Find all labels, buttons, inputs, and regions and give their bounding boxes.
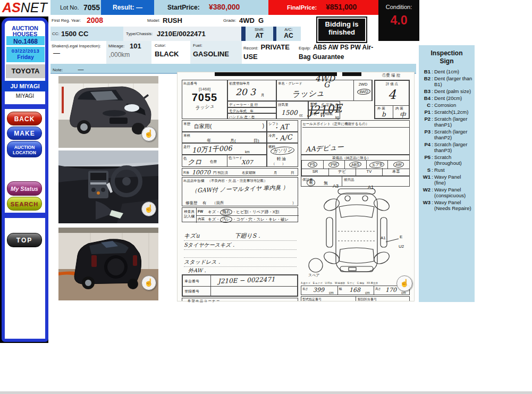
sheet-label: cm [365, 291, 370, 295]
legend-item: P2 : Scratch (larger thanP1) [420, 116, 472, 128]
notes-line: キズu 下廻りS． [184, 232, 297, 241]
sheet-top-right: ①受 場 控 [382, 73, 400, 78]
asnet-logo[interactable]: ASNET [2, 1, 50, 15]
my-status-button[interactable]: My Status [7, 181, 42, 196]
model-label: Model: [147, 18, 160, 23]
inspector-box: 検査員 記入欄 FW キズ・飛石・ヒビ割・リペア跡・X割 内装 キズ・汚レ・コゲ… [182, 207, 298, 222]
note-label: Note: [53, 68, 63, 72]
length-value: 399 [313, 287, 324, 294]
back-button[interactable]: BACK [7, 112, 42, 125]
auction-house-name: JU MIYAGI [10, 83, 39, 89]
chassis-split [210, 275, 211, 286]
sheet-label: cm [401, 291, 406, 295]
equipment-item: TV [367, 169, 372, 174]
condition-value: 4.0 [378, 13, 419, 28]
note-text: キズu [184, 232, 200, 239]
damage-term: 飛石 [219, 208, 232, 216]
score-value: 4 [375, 87, 409, 102]
height-value: 170 [385, 287, 396, 294]
my-status-label: My Status [11, 186, 38, 192]
equipment-item: 本革 [392, 169, 400, 174]
legend-title: Inspection Sign [419, 49, 475, 65]
shaken-box: 車検 年 月( 日) [182, 132, 267, 143]
legend-colon: : [430, 88, 434, 94]
lot-label: Lot No. [60, 4, 79, 11]
hand-cursor-icon[interactable]: ☝ [141, 127, 156, 141]
hand-cursor-icon[interactable]: ☝ [141, 275, 156, 290]
fw-row: FW キズ・飛石・ヒビ割・リペア跡・X割 [196, 208, 299, 216]
ext-score: b [382, 111, 386, 118]
legend-text: Scratch (larger thanP3) [434, 141, 472, 153]
sheet-label: 類別区分番号 [358, 297, 377, 302]
shift-cell: Shift: AT [246, 27, 273, 41]
result-value: — [136, 4, 142, 11]
equipment-item: ナビ [338, 169, 346, 174]
legend-colon: : [430, 154, 434, 166]
grade-hand2: G [324, 80, 330, 89]
lot-box: 出品番号 [1468] 7055 ラッシュ [182, 80, 227, 119]
hand-cursor-icon[interactable]: ☝ [141, 202, 156, 216]
declare-value: （GAW付 ノーマルタイヤ 車内臭 ） [182, 183, 298, 195]
legend-item: B3 : Dent (palm size) [420, 88, 472, 94]
notes-line: スタッドレス． [184, 258, 297, 267]
int-score: 中 [400, 111, 406, 120]
ac-value: AC [276, 32, 301, 39]
sheet-label: 月 [261, 93, 265, 98]
door-value: 5 [320, 103, 324, 108]
top-button[interactable]: TOP [7, 233, 42, 247]
photo-rear-exterior[interactable]: ☝ [58, 228, 158, 300]
regno-split [210, 286, 211, 296]
chassis-value: J210E/0022471 [157, 30, 206, 38]
lot-value: 7055 [83, 3, 100, 12]
shift-label: Shift: [246, 27, 273, 32]
legend-item: B1 : Dent (1cm) [420, 69, 472, 74]
dimension-row: 長さ 399 cm 幅 168 cm 高さ 170 cm [301, 286, 410, 295]
sheet-label: R券 [183, 171, 189, 175]
legend-key: P3 [420, 129, 430, 140]
chassis-hand-value: J210E − 0022471 [218, 275, 275, 285]
photo-front-exterior[interactable]: ☝ [58, 76, 158, 148]
notes-line: Sタイヤケースキズ． [184, 241, 297, 250]
sheet-label: 車歴 [183, 122, 190, 127]
start-price-value: ¥380,000 [209, 3, 240, 11]
score-split [375, 105, 409, 106]
bidding-status-box: Bidding is finished [317, 18, 366, 42]
diagram-spare-label: スペア [308, 273, 320, 278]
dim-split [374, 286, 374, 295]
sheet-label: 車検 [183, 133, 190, 138]
fuel-cell: Fuel: GASOLINE [190, 41, 242, 64]
legend-colon: : [430, 129, 434, 140]
sheet-label: 月 [274, 171, 277, 175]
search-button[interactable]: SEARCH [7, 197, 42, 211]
auction-sheet[interactable]: ①受 場 控 出品番号 [1468] 7055 ラッシュ 初度登録年月 20 3… [177, 72, 415, 301]
make-button[interactable]: MAKE [7, 127, 42, 140]
hand-cursor-icon[interactable]: ☝ [396, 275, 412, 291]
condition-label: Condition: [378, 4, 419, 10]
legend-item: P4 : Scratch (larger thanP3) [420, 141, 472, 153]
equipment-box: 装備品（純正品に限る） PSPWABSエアBAW SRナビTV本革 [301, 155, 410, 176]
legend-text: Wavy Panel (Needs Repaire) [434, 199, 472, 211]
color-box: 色 クロ 色替 色コード X07 [182, 155, 267, 167]
note-text: 外AW． [188, 267, 208, 273]
drive-4wd: 4WD [357, 88, 370, 95]
ac-label: A/C: [276, 27, 301, 32]
sheet-label: ドア [310, 103, 317, 107]
legend-text: Wavy Panel (conspicuous) [434, 187, 472, 198]
shaken-label: Shaken(Legal Inspection): [52, 44, 101, 48]
auction-location-button[interactable]: AUCTION LOCATION [7, 141, 42, 157]
auction-day: Friday [6, 54, 45, 60]
result-label: Result: [113, 4, 134, 11]
back-label: BACK [14, 115, 35, 123]
sheet-label: 定員 [326, 103, 333, 107]
rticket-value: 10070 [192, 169, 210, 176]
legend-key: B1 [420, 69, 430, 74]
legend-item: P1 : Scratch(1,2cm) [420, 109, 472, 115]
legend-text: Dent (larger than B1) [434, 76, 472, 87]
photo-interior[interactable]: ☝ [58, 150, 158, 223]
sheet-label: ） [292, 200, 297, 206]
logo-as: AS [2, 0, 21, 15]
diagram-mark-u2: U2 [399, 244, 404, 249]
inspector-label-cell: 検査員 記入欄 [182, 208, 197, 223]
engine-box: 排気量 1500 cc [276, 101, 308, 119]
legend-text: Rust [434, 167, 445, 173]
